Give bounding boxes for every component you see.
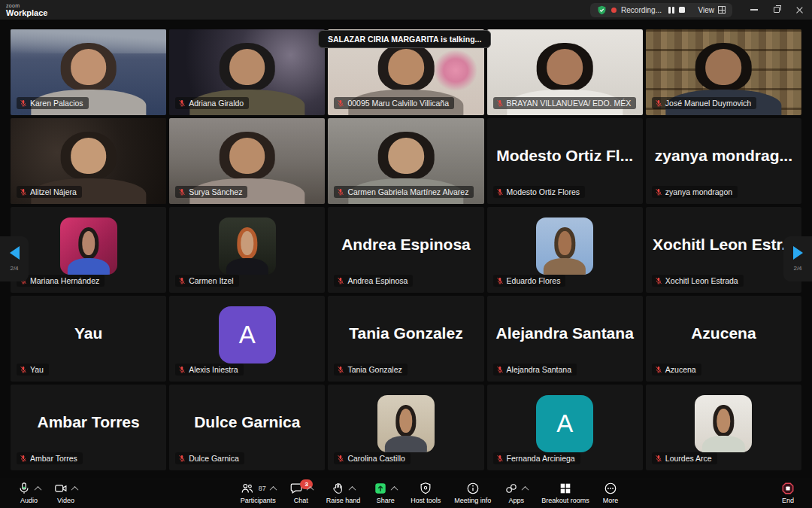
participant-name-tag: Dulce Garnica [175,452,244,464]
participant-name: Carmen Itzel [189,276,234,285]
participant-name: Adriana Giraldo [189,99,244,108]
participant-name: Dulce Garnica [189,454,239,463]
participant-name: BRAYAN VILLANUEVA/ EDO. MÉX [507,99,632,108]
participants-button[interactable]: 87 Participants [234,478,283,508]
muted-mic-icon [655,188,662,196]
participant-name-tag: Modesto Ortiz Flores [493,186,585,198]
muted-mic-icon [20,455,27,462]
participant-name: Carmen Gabriela Martínez Alvarez [347,187,468,196]
participant-tile[interactable]: Modesto Ortiz Fl... Modesto Ortiz Flores [487,118,643,204]
host-tools-button[interactable]: Host tools [404,478,447,508]
participant-tile[interactable]: Azucena Azucena [646,296,801,382]
participant-tile[interactable]: Xochitl Leon Estr... Xochitl Leon Estrad… [646,207,801,293]
host-tools-shield-icon [419,482,432,495]
camera-icon [54,482,68,495]
participants-count: 87 [259,485,266,492]
stop-recording-button[interactable] [679,7,685,13]
participants-gallery: Karen Palacios Adriana Giraldo 00095 Mar… [11,29,801,470]
participant-name-tag: Alejandra Santana [493,364,577,376]
letter-avatar: A [536,395,593,452]
apps-button[interactable]: Apps [498,478,535,508]
breakout-rooms-button[interactable]: Breakout rooms [535,478,596,508]
participant-tile[interactable]: Yau Yau [11,296,166,382]
muted-mic-icon [178,277,186,284]
share-button[interactable]: Share [367,478,404,508]
participant-name: Xochitl Leon Estrada [665,276,738,285]
participant-tile[interactable]: A Fernanda Arciniega [487,385,643,470]
participant-name: zyanya mondragon [665,187,732,196]
participant-display-name: Tania Gonzalez [332,296,479,371]
participant-name-tag: Xochitl Leon Estrada [652,275,744,287]
participant-tile[interactable]: Adriana Giraldo [169,29,325,115]
end-meeting-icon [781,482,795,495]
pause-recording-button[interactable] [668,7,674,14]
participant-tile[interactable]: Tania Gonzalez Tania Gonzalez [328,296,483,382]
end-meeting-button[interactable]: End [774,478,801,508]
apps-chevron-icon[interactable] [522,485,529,493]
muted-mic-icon [655,366,662,373]
participant-name-tag: 00095 Maru Calvillo Villicaña [334,97,454,109]
muted-mic-icon [655,277,662,284]
minimize-button[interactable] [743,0,765,20]
participant-name: Alexis Iniestra [189,365,238,374]
muted-mic-icon [496,99,504,107]
participant-tile[interactable]: Carolina Castillo [328,385,483,470]
arrow-left-icon [10,246,20,260]
previous-page-button[interactable]: 2/4 [0,236,29,281]
audio-options-chevron-icon[interactable] [35,485,42,493]
participant-name-tag: Lourdes Arce [652,452,717,464]
participant-tile[interactable]: Carmen Itzel [169,207,325,293]
more-ellipsis-icon [604,482,617,495]
profile-photo [219,217,276,275]
participant-tile[interactable]: Karen Palacios [11,29,166,115]
page-indicator: 2/4 [793,265,801,272]
participant-tile[interactable]: A Alexis Iniestra [169,296,325,382]
maximize-button[interactable] [765,0,788,20]
participant-tile[interactable]: Surya Sánchez [169,118,325,204]
video-button[interactable]: Video [47,478,84,508]
muted-mic-icon [337,366,344,373]
participants-options-chevron-icon[interactable] [269,485,277,493]
participant-name-tag: BRAYAN VILLANUEVA/ EDO. MÉX [493,97,637,109]
participant-display-name: Alejandra Santana [492,296,638,371]
participant-name: Yau [30,365,44,374]
participant-name: Fernanda Arciniega [507,454,575,463]
participant-tile[interactable]: Lourdes Arce [646,385,801,470]
reactions-chevron-icon[interactable] [349,485,356,493]
participant-name-tag: Ambar Torres [17,452,83,464]
letter-avatar: A [219,306,276,364]
chat-button[interactable]: 3 Chat [283,478,320,508]
participant-tile[interactable]: BRAYAN VILLANUEVA/ EDO. MÉX [487,29,643,115]
participant-name-tag: Surya Sánchez [175,186,247,198]
video-options-chevron-icon[interactable] [71,485,79,493]
security-shield-icon[interactable] [597,5,607,15]
zoom-workplace-logo: zoom Workplace [0,3,47,17]
participant-tile[interactable]: Alitzel Nájera [11,118,166,204]
close-button[interactable] [788,0,810,20]
participant-name: 00095 Maru Calvillo Villicaña [347,99,449,108]
participant-tile[interactable]: Ambar Torres Ambar Torres [11,385,166,470]
raise-hand-button[interactable]: Raise hand [320,478,368,508]
participant-tile[interactable]: Mariana Hernández [11,207,166,293]
share-options-chevron-icon[interactable] [391,485,398,493]
participant-display-name: Ambar Torres [15,385,162,460]
meeting-info-button[interactable]: Meeting info [447,478,498,508]
view-button[interactable]: View [698,6,726,14]
view-button-label: View [698,6,715,14]
muted-mic-icon [337,277,344,284]
participant-tile[interactable]: Alejandra Santana Alejandra Santana [487,296,643,382]
participant-tile[interactable]: Dulce Garnica Dulce Garnica [169,385,325,470]
more-button[interactable]: More [596,478,626,508]
participant-name-tag: José Manuel Duymovich [652,97,756,109]
participant-display-name: Dulce Garnica [174,385,320,460]
participant-tile[interactable]: Andrea Espinosa Andrea Espinosa [328,207,483,293]
participant-tile[interactable]: zyanya mondrag... zyanya mondragon [646,118,801,204]
meeting-stage: SALAZAR CIRIA MARGARITA is talking... Ka… [0,20,812,478]
muted-mic-icon [337,99,344,107]
participant-tile[interactable]: José Manuel Duymovich [646,29,801,115]
microphone-icon [17,482,31,495]
participant-tile[interactable]: Eduardo Flores [487,207,643,293]
next-page-button[interactable]: 2/4 [783,236,812,281]
audio-button[interactable]: Audio [11,478,47,508]
participant-tile[interactable]: Carmen Gabriela Martínez Alvarez [328,118,483,204]
